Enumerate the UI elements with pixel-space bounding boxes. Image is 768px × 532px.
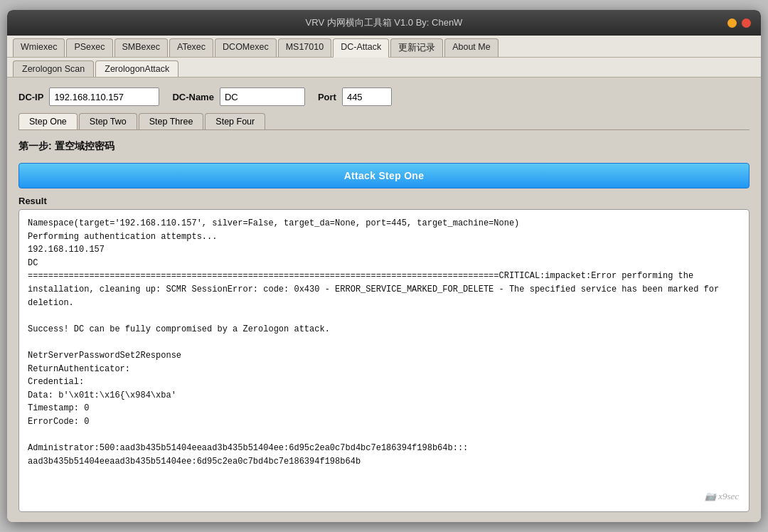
fields-row: DC-IP DC-Name Port bbox=[18, 87, 750, 106]
result-line-13: ErrorCode: 0 bbox=[28, 415, 740, 429]
menu-tab-wmiexec[interactable]: Wmiexec bbox=[13, 38, 65, 57]
result-line-1: Performing authentication attempts... bbox=[28, 230, 740, 244]
step-tabs-bar: Step One Step Two Step Three Step Four bbox=[18, 113, 750, 130]
result-box[interactable]: Namespace(target='192.168.110.157', silv… bbox=[18, 209, 750, 512]
menu-tab-psexec[interactable]: PSexec bbox=[66, 38, 112, 57]
title-bar: VRV 内网横向工具箱 V1.0 By: ChenW bbox=[7, 10, 761, 36]
step-tab-two[interactable]: Step Two bbox=[79, 113, 137, 129]
step-tab-four[interactable]: Step Four bbox=[205, 113, 265, 129]
port-input[interactable] bbox=[342, 87, 392, 106]
result-line-3: DC bbox=[28, 257, 740, 270]
result-line-12: Timestamp: 0 bbox=[28, 402, 740, 415]
result-line-14 bbox=[28, 429, 740, 442]
dc-name-label: DC-Name bbox=[172, 92, 214, 102]
result-line-15: Administrator:500:aad3b435b51404eeaad3b4… bbox=[28, 442, 740, 455]
menu-tab-changelog[interactable]: 更新记录 bbox=[390, 38, 443, 57]
result-line-16: aad3b435b51404eeaad3b435b51404ee:6d95c2e… bbox=[28, 455, 740, 469]
dc-ip-group: DC-IP bbox=[18, 87, 159, 106]
dc-ip-input[interactable] bbox=[49, 87, 159, 106]
menu-tab-atexec[interactable]: ATexec bbox=[169, 38, 213, 57]
result-line-11: Data: b'\x01t:\x16{\x984\xba' bbox=[28, 389, 740, 403]
minimize-button[interactable] bbox=[727, 18, 737, 28]
traffic-lights bbox=[727, 18, 751, 28]
menu-tab-dc-attack[interactable]: DC-Attack bbox=[333, 38, 389, 58]
watermark: 📷 x9sec bbox=[705, 488, 739, 504]
result-line-9: ReturnAuthenticator: bbox=[28, 363, 740, 376]
sub-tab-zerologon-scan[interactable]: Zerologon Scan bbox=[13, 60, 94, 77]
menu-bar: Wmiexec PSexec SMBexec ATexec DCOMexec M… bbox=[7, 36, 761, 58]
dc-name-group: DC-Name bbox=[172, 87, 305, 106]
result-line-8: NetrServerPasswordSet2Response bbox=[28, 349, 740, 363]
result-section: Result Namespace(target='192.168.110.157… bbox=[18, 196, 750, 512]
result-line-10: Credential: bbox=[28, 376, 740, 389]
menu-tab-about[interactable]: About Me bbox=[444, 38, 498, 57]
result-line-4: ========================================… bbox=[28, 270, 740, 309]
content-area: DC-IP DC-Name Port Step One Step Two Ste… bbox=[7, 78, 761, 522]
menu-tab-ms17010[interactable]: MS17010 bbox=[278, 38, 332, 57]
result-line-7 bbox=[28, 336, 740, 349]
main-window: VRV 内网横向工具箱 V1.0 By: ChenW Wmiexec PSexe… bbox=[7, 10, 761, 522]
menu-tab-smbexec[interactable]: SMBexec bbox=[114, 38, 169, 57]
step-tab-one[interactable]: Step One bbox=[18, 113, 78, 129]
result-line-0: Namespace(target='192.168.110.157', silv… bbox=[28, 217, 740, 230]
result-line-2: 192.168.110.157 bbox=[28, 243, 740, 257]
step-tab-three[interactable]: Step Three bbox=[139, 113, 204, 129]
port-group: Port bbox=[318, 87, 392, 106]
attack-step-one-button[interactable]: Attack Step One bbox=[18, 163, 750, 188]
close-button[interactable] bbox=[742, 18, 751, 28]
result-label: Result bbox=[18, 196, 750, 206]
dc-ip-label: DC-IP bbox=[18, 92, 43, 102]
window-title: VRV 内网横向工具箱 V1.0 By: ChenW bbox=[306, 16, 463, 29]
section-title: 第一步: 置空域控密码 bbox=[18, 137, 750, 156]
menu-tab-dcomexec[interactable]: DCOMexec bbox=[215, 38, 277, 57]
sub-tab-zerologon-attack[interactable]: ZerologonAttack bbox=[95, 60, 178, 77]
result-line-6: Success! DC can be fully compromised by … bbox=[28, 323, 740, 336]
sub-menu-bar: Zerologon Scan ZerologonAttack bbox=[7, 58, 761, 78]
port-label: Port bbox=[318, 92, 336, 102]
dc-name-input[interactable] bbox=[220, 87, 305, 106]
result-line-5 bbox=[28, 309, 740, 323]
